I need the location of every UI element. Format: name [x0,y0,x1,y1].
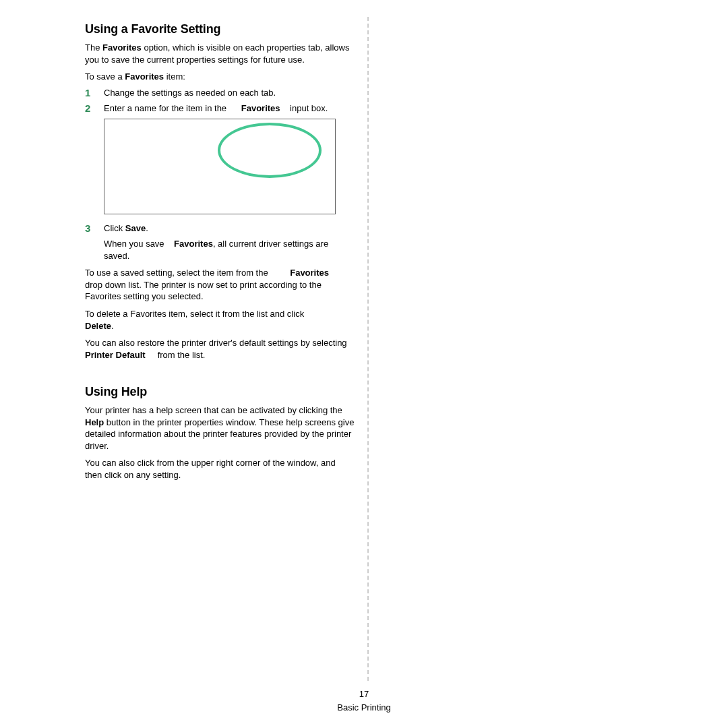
step-number: 3 [85,222,90,235]
steps-list: 1 Change the settings as needed on each … [85,87,355,115]
section-gap [85,366,355,385]
step-3-post: . [146,223,148,233]
step-number: 2 [85,102,90,115]
use-post: drop down list. The printer is now set t… [85,280,322,302]
help-p1-post: button in the printer properties window.… [85,417,354,451]
step-3-sub: When you save Favorites, all current dri… [85,238,355,262]
step-3: 3 Click Save. [85,222,355,235]
step-3-bold: Save [125,223,146,233]
highlight-ellipse-icon [218,123,322,178]
restore-paragraph: You can also restore the printer driver'… [85,337,355,361]
step-2-post: input box. [287,103,328,113]
use-saved-paragraph: To use a saved setting, select the item … [85,267,355,303]
restore-pre: You can also restore the printer driver'… [85,338,347,348]
help-p1-pre: Your printer has a help screen that can … [85,405,342,415]
delete-post: . [111,321,114,331]
column-divider [367,17,369,681]
step-3-sub-pre: When you save [104,239,166,249]
step-number: 1 [85,86,90,100]
use-bold: Favorites [290,268,329,278]
help-p1-bold: Help [85,417,104,427]
page-footer: 17 Basic Printing [0,688,728,714]
heading-using-help: Using Help [85,385,355,399]
footer-title: Basic Printing [337,702,390,712]
save-bold: Favorites [125,71,164,82]
step-2-bold: Favorites [241,103,280,113]
step-2: 2 Enter a name for the item in the Favor… [85,102,355,115]
intro-bold: Favorites [102,42,142,53]
save-post: item: [164,71,185,82]
steps-list-cont: 3 Click Save. [85,222,355,235]
figure-favorites-box [104,119,336,214]
restore-post: from the list. [155,350,205,360]
intro-pre: The [85,42,102,53]
left-column: Using a Favorite Setting The Favorites o… [85,22,355,486]
step-2-pre: Enter a name for the item in the [104,103,229,113]
step-1-text: Change the settings as needed on each ta… [104,88,276,98]
heading-favorite-setting: Using a Favorite Setting [85,22,355,36]
step-1: 1 Change the settings as needed on each … [85,87,355,99]
help-paragraph-2: You can also click from the upper right … [85,457,355,481]
delete-pre: To delete a Favorites item, select it fr… [85,309,304,319]
manual-page: Using a Favorite Setting The Favorites o… [0,0,728,728]
delete-bold: Delete [85,321,111,331]
help-paragraph-1: Your printer has a help screen that can … [85,404,355,452]
use-pre: To use a saved setting, select the item … [85,268,270,278]
save-intro: To save a Favorites item: [85,71,355,83]
intro-paragraph: The Favorites option, which is visible o… [85,42,355,65]
delete-paragraph: To delete a Favorites item, select it fr… [85,308,355,332]
restore-bold: Printer Default [85,350,146,360]
step-3-sub-bold: Favorites [174,239,213,249]
page-number: 17 [0,688,728,701]
step-3-pre: Click [104,223,125,233]
save-pre: To save a [85,71,125,82]
